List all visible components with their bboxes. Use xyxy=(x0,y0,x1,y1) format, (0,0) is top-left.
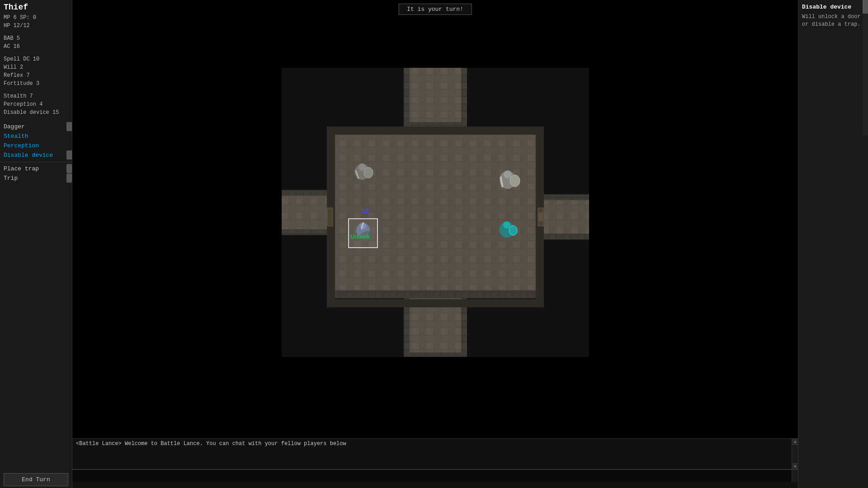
svg-point-75 xyxy=(510,175,520,187)
svg-rect-26 xyxy=(327,127,544,135)
right-scrollbar[interactable] xyxy=(863,0,868,136)
fortitude-stat: Fortitude 3 xyxy=(4,80,68,88)
game-area[interactable]: It is your turn! xyxy=(72,0,798,438)
ability-dagger-label: Dagger xyxy=(4,123,25,130)
chat-message: <Battle Lance> Welcome to Battle Lance. … xyxy=(76,441,346,447)
will-stat: Will 2 xyxy=(4,63,68,71)
bab-stat: BAB 5 xyxy=(4,34,68,42)
ability-stealth-label: Stealth xyxy=(4,133,28,140)
ability-trip-label: Trip xyxy=(4,175,18,182)
chat-area: <Battle Lance> Welcome to Battle Lance. … xyxy=(72,438,798,488)
ability-disable-device-label: Disable device xyxy=(4,152,53,159)
dungeon-svg: 22 Unlock xyxy=(282,68,589,357)
mp-stat: MP 6 SP: 0 xyxy=(4,14,68,22)
reflex-stat: Reflex 7 xyxy=(4,71,68,80)
tooltip-title: Disable device xyxy=(802,4,864,10)
chat-input-row xyxy=(72,469,798,482)
tooltip-description: Will unlock a door or disable a trap. xyxy=(802,13,864,28)
chat-scroll-up[interactable]: ▲ xyxy=(792,439,798,445)
disable-device-stat: Disable device 15 xyxy=(4,108,68,117)
left-panel: Thief MP 6 SP: 0 HP 12/12 BAB 5 AC 16 Sp… xyxy=(0,0,72,488)
char-stats: MP 6 SP: 0 HP 12/12 BAB 5 AC 16 Spell DC… xyxy=(0,13,72,122)
svg-point-83 xyxy=(509,225,517,235)
chat-log: <Battle Lance> Welcome to Battle Lance. … xyxy=(72,439,798,469)
svg-rect-66 xyxy=(538,212,543,221)
ability-disable-device[interactable]: Disable device xyxy=(0,150,72,160)
character-name: Thief xyxy=(0,0,72,13)
stealth-stat: Stealth 7 xyxy=(4,92,68,100)
chat-scrollbar[interactable]: ▲ ▼ xyxy=(792,439,798,469)
ability-place-trap-label: Place trap xyxy=(4,165,39,172)
ability-perception-label: Perception xyxy=(4,142,39,149)
ac-stat: AC 16 xyxy=(4,42,68,51)
dungeon-map[interactable]: 22 Unlock xyxy=(282,68,589,359)
ability-trip[interactable]: Trip xyxy=(0,174,72,183)
svg-text:Unlock: Unlock xyxy=(350,233,370,240)
abilities-group2: Place trap Trip xyxy=(0,162,72,183)
spelldc-stat: Spell DC 10 xyxy=(4,55,68,63)
svg-rect-67 xyxy=(327,208,333,226)
svg-rect-17 xyxy=(410,68,461,122)
chat-input-scrollbar xyxy=(792,470,798,482)
chat-scroll-down[interactable]: ▼ xyxy=(792,463,798,469)
ability-place-trap[interactable]: Place trap xyxy=(0,164,72,174)
svg-rect-27 xyxy=(327,299,544,307)
ability-stealth[interactable]: Stealth xyxy=(0,131,72,141)
svg-point-74 xyxy=(504,170,512,178)
svg-point-71 xyxy=(359,164,366,171)
hp-stat: HP 12/12 xyxy=(4,22,68,30)
end-turn-button[interactable]: End Turn xyxy=(4,473,68,486)
right-panel: Disable device Will unlock a door or dis… xyxy=(798,0,868,488)
chat-input[interactable] xyxy=(72,470,792,482)
right-scroll-thumb xyxy=(863,0,868,14)
svg-point-82 xyxy=(503,221,510,229)
ability-perception[interactable]: Perception xyxy=(0,141,72,150)
abilities-group1: Dagger Stealth Perception Disable device xyxy=(0,122,72,162)
turn-notification: It is your turn! xyxy=(398,4,472,15)
tooltip-box: Disable device Will unlock a door or dis… xyxy=(798,0,868,32)
perception-stat: Perception 4 xyxy=(4,100,68,108)
svg-text:22: 22 xyxy=(362,207,369,215)
ability-dagger[interactable]: Dagger xyxy=(0,122,72,131)
